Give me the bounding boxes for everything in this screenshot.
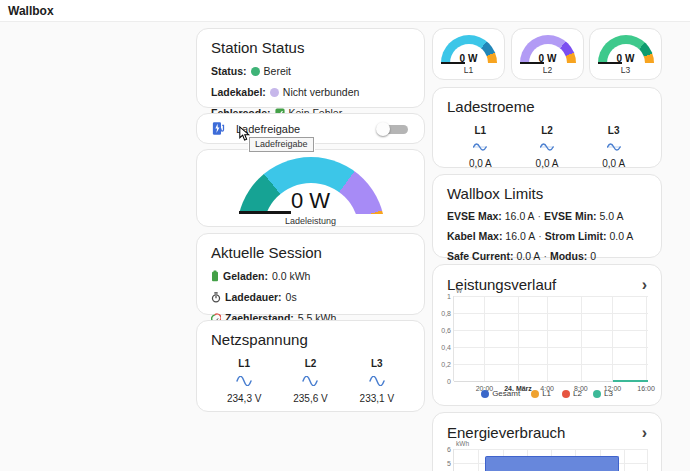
voltage-columns: L1 234,3 V L2 235,6 V L3 233,1 V: [211, 358, 410, 404]
series-line-zero: [613, 380, 648, 382]
limits-card: Wallbox Limits EVSE Max: 16.0 A·EVSE Min…: [432, 174, 662, 258]
voltage-col-l3: L3 233,1 V: [344, 358, 410, 404]
gauge-label: L1: [464, 65, 473, 75]
duration-value: 0s: [286, 291, 297, 303]
toggle-knob: [376, 122, 390, 136]
y-tick: 0,6: [441, 327, 451, 334]
app-bar: Wallbox: [0, 0, 690, 22]
phase-name: L1: [475, 125, 487, 136]
cable-label: Ladekabel:: [211, 86, 266, 98]
charged-label: Geladen:: [223, 270, 268, 282]
cable-row: Ladekabel: Nicht verbunden: [211, 86, 410, 98]
station-status-title: Station Status: [211, 39, 410, 56]
y-tick: 0,2: [441, 361, 451, 368]
wallbox-dashboard: Wallbox Station Status Status: Bereit La…: [0, 0, 690, 471]
energy-plot[interactable]: kWh 6 5: [453, 449, 648, 471]
session-title: Aktuelle Session: [211, 244, 410, 261]
ac-current-icon: [473, 143, 487, 151]
phase-name: L3: [371, 358, 383, 369]
current-value: 0,0 A: [469, 158, 492, 169]
cable-value: Nicht verbunden: [283, 86, 359, 98]
legend-dot-icon: [481, 390, 489, 398]
limits-title: Wallbox Limits: [447, 185, 647, 202]
ladestroeme-card: Ladestroeme L1 0,0 A L2 0,0 A L3 0,0 A: [432, 87, 662, 168]
cable-disconnected-icon: [270, 88, 279, 97]
gauge-value: 0 W: [598, 53, 654, 64]
current-columns: L1 0,0 A L2 0,0 A L3 0,0 A: [447, 125, 647, 169]
ev-charger-icon: [211, 121, 226, 136]
status-dot-icon: [251, 67, 260, 76]
limit-row-evse: EVSE Max: 16.0 A·EVSE Min: 5.0 A: [447, 210, 647, 222]
voltage-col-l2: L2 235,6 V: [277, 358, 343, 404]
ladefreigabe-tooltip: Ladefreigabe: [249, 137, 314, 152]
legend-dot-icon: [531, 390, 539, 398]
chart-header: Energieverbrauch ›: [433, 413, 661, 441]
y-tick: 1: [447, 293, 451, 300]
y-axis-unit: W: [456, 287, 462, 294]
ladefreigabe-toggle[interactable]: [376, 121, 410, 137]
y-tick: 5: [447, 459, 451, 466]
timer-icon: [211, 292, 221, 303]
legend-gesamt[interactable]: Gesamt: [481, 389, 520, 398]
voltage-col-l1: L1 234,3 V: [211, 358, 277, 404]
phase-name: L2: [305, 358, 317, 369]
netzspannung-title: Netzspannung: [211, 331, 410, 348]
gauge-value: 0 W: [441, 53, 497, 64]
gauge-label: Ladeleistung: [285, 216, 336, 226]
duration-label: Ladedauer:: [225, 291, 282, 303]
gauge-label: L2: [543, 65, 552, 75]
current-value: 0,0 A: [536, 158, 559, 169]
y-tick: 0,4: [441, 344, 451, 351]
gauge-value: 0 W: [520, 53, 576, 64]
legend-l1[interactable]: L1: [531, 389, 551, 398]
y-axis-unit: kWh: [456, 440, 469, 447]
duration-row: Ladedauer: 0s: [211, 291, 410, 303]
energy-bar[interactable]: [485, 456, 619, 471]
phase-gauge-l1: 0 W: [441, 35, 497, 64]
y-tick: 0: [447, 378, 451, 385]
ac-current-icon: [607, 143, 621, 151]
phase-name: L1: [238, 358, 250, 369]
current-col-l1: L1 0,0 A: [447, 125, 514, 169]
phase-gauge-l3: 0 W: [598, 35, 654, 64]
status-row: Status: Bereit: [211, 65, 410, 77]
phase-name: L3: [608, 125, 620, 136]
voltage-value: 235,6 V: [293, 393, 327, 404]
limit-row-kabel: Kabel Max: 16.0 A·Strom Limit: 0.0 A: [447, 230, 647, 242]
page-title: Wallbox: [8, 4, 54, 18]
y-tick: 6: [447, 446, 451, 453]
chart-header: Leistungsverlauf ›: [433, 265, 661, 293]
chart-legend: Gesamt L1 L2 L3: [433, 389, 661, 398]
mouse-cursor-icon: [238, 126, 251, 142]
voltage-value: 234,3 V: [227, 393, 261, 404]
current-value: 0,0 A: [602, 158, 625, 169]
legend-dot-icon: [593, 390, 601, 398]
gauge-label: L3: [621, 65, 630, 75]
chevron-right-icon[interactable]: ›: [642, 280, 647, 290]
energieverbrauch-title: Energieverbrauch: [447, 424, 565, 441]
legend-l3[interactable]: L3: [593, 389, 613, 398]
legend-dot-icon: [562, 390, 570, 398]
phase-gauge-card-l2: 0 W L2: [511, 28, 584, 80]
charged-value: 0.0 kWh: [272, 270, 311, 282]
phase-gauge-l2: 0 W: [520, 35, 576, 64]
phase-gauge-card-l1: 0 W L1: [432, 28, 505, 80]
energieverbrauch-card: Energieverbrauch › kWh 6 5: [432, 412, 662, 471]
power-history-plot[interactable]: W 1 0,8 0,6 0,4 0,2 0 20:00 24. März 4:0…: [453, 296, 648, 381]
status-label: Status:: [211, 65, 247, 77]
session-card: Aktuelle Session Geladen: 0.0 kWh Ladeda…: [196, 233, 425, 315]
sine-wave-icon: [236, 376, 252, 386]
netzspannung-card: Netzspannung L1 234,3 V L2 235,6 V L3 23…: [196, 320, 425, 412]
voltage-value: 233,1 V: [360, 393, 394, 404]
gauge-value: 0 W: [237, 188, 385, 214]
y-tick: 0,8: [441, 310, 451, 317]
charged-row: Geladen: 0.0 kWh: [211, 270, 410, 282]
sine-wave-icon: [369, 376, 385, 386]
current-col-l3: L3 0,0 A: [580, 125, 647, 169]
chevron-right-icon[interactable]: ›: [642, 428, 647, 438]
sine-wave-icon: [302, 376, 318, 386]
current-col-l2: L2 0,0 A: [514, 125, 581, 169]
legend-l2[interactable]: L2: [562, 389, 582, 398]
power-gauge: 0 W: [237, 157, 385, 214]
ladestroeme-title: Ladestroeme: [447, 98, 647, 115]
